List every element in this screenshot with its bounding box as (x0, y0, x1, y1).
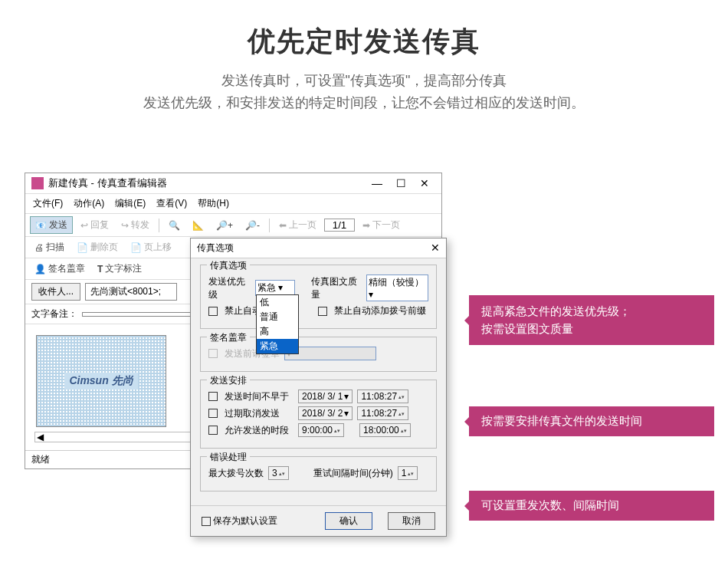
zoom-in-icon[interactable]: 🔎+ (212, 219, 238, 232)
delete-page-button[interactable]: 📄 删除页 (72, 239, 123, 255)
priority-opt-high[interactable]: 高 (257, 324, 298, 339)
next-page-button[interactable]: ➡ 下一页 (358, 217, 405, 233)
presign-checkbox[interactable] (208, 349, 218, 358)
zoom-out-icon[interactable]: 🔎- (241, 219, 264, 232)
save-default-label: 保存为默认设置 (213, 514, 277, 528)
time3-input[interactable]: 9:00:00▴▾ (298, 423, 344, 437)
allow-period-label: 允许发送的时段 (225, 424, 293, 437)
not-before-checkbox[interactable] (208, 392, 218, 401)
retry-label: 重试间隔时间(分钟) (313, 467, 393, 480)
sign-stamp-button[interactable]: 👤 签名盖章 (30, 261, 90, 277)
callout-schedule: 按需要安排传真文件的发送时间 (469, 406, 714, 436)
group-title-error: 错误处理 (207, 451, 250, 464)
page-indicator[interactable] (324, 219, 355, 232)
date1-input[interactable]: 2018/ 3/ 1 ▾ (298, 390, 353, 403)
app-icon (31, 177, 44, 189)
note-label: 文字备注： (31, 307, 77, 321)
group-schedule: 发送安排 发送时间不早于 2018/ 3/ 1 ▾ 11:08:27▴▾ 过期取… (200, 380, 437, 449)
close-button[interactable]: ✕ (420, 177, 429, 189)
menu-action[interactable]: 动作(A) (74, 197, 104, 210)
priority-opt-urgent[interactable]: 紧急 (257, 339, 298, 353)
recipient-button[interactable]: 收件人... (31, 283, 80, 301)
group-title-schedule: 发送安排 (207, 374, 250, 387)
preview-logo: Cimsun 先尚 (64, 373, 137, 390)
callout-retry: 可设置重发次数、间隔时间 (469, 491, 714, 521)
menu-edit[interactable]: 编辑(E) (115, 197, 146, 210)
time1-input[interactable]: 11:08:27▴▾ (357, 390, 408, 403)
toolbar-1: 📧 发送 ↩ 回复 ↪ 转发 🔍 📐 🔎+ 🔎- ⬅ 上一页 ➡ 下一页 (25, 214, 441, 237)
callout-priority: 提高紧急文件的发送优先级； 按需设置图文质量 (469, 295, 714, 345)
tool-icon-2[interactable]: 📐 (188, 219, 208, 232)
prev-page-button[interactable]: ⬅ 上一页 (274, 217, 321, 233)
recipient-field[interactable]: 先尚测试<8001>; (85, 283, 177, 301)
retry-input[interactable]: 1▴▾ (398, 466, 418, 480)
quality-select[interactable]: 精细（较慢） ▾ (366, 274, 428, 301)
group-title-sign: 签名盖章 (207, 331, 250, 344)
page-up-button[interactable]: 📄 页上移 (126, 239, 176, 255)
time4-input[interactable]: 18:00:00▴▾ (359, 423, 411, 437)
maximize-button[interactable]: ☐ (396, 177, 406, 189)
group-fax-options: 传真选项 发送优先级 紧急 ▾ 低 普通 高 紧急 传真图文质量 精细（较慢） … (200, 265, 437, 329)
group-error: 错误处理 最大拨号次数 3▴▾ 重试间隔时间(分钟) 1▴▾ (200, 456, 437, 491)
dialog-close-button[interactable]: ✕ (431, 242, 440, 255)
priority-label: 发送优先级 (208, 275, 251, 301)
priority-opt-normal[interactable]: 普通 (257, 310, 298, 324)
cancel-button[interactable]: 取消 (388, 512, 435, 530)
promo-header: 优先定时发送传真 发送传真时，可设置"传真选项"，提高部分传真 发送优先级，和安… (0, 0, 728, 130)
text-annot-button[interactable]: T 文字标注 (93, 261, 146, 277)
group-sign: 签名盖章 发送前请签章 ▾ (200, 337, 437, 372)
max-dial-input[interactable]: 3▴▾ (268, 466, 289, 480)
page-thumbnail[interactable]: Cimsun 先尚 (36, 335, 166, 427)
priority-dropdown: 低 普通 高 紧急 (256, 294, 299, 354)
max-dial-label: 最大拨号次数 (208, 467, 264, 480)
not-before-label: 发送时间不早于 (225, 390, 293, 403)
priority-opt-low[interactable]: 低 (257, 295, 298, 310)
menu-view[interactable]: 查看(V) (156, 197, 187, 210)
time2-input[interactable]: 11:08:27▴▾ (357, 406, 408, 420)
dialog-title: 传真选项 (197, 242, 234, 255)
titlebar: 新建传真 - 传真查看编辑器 — ☐ ✕ (25, 173, 441, 194)
reply-button[interactable]: ↩ 回复 (76, 217, 113, 233)
forward-button[interactable]: ↪ 转发 (116, 217, 154, 233)
scan-button[interactable]: 🖨 扫描 (30, 239, 69, 255)
fax-options-dialog: 传真选项 ✕ 传真选项 发送优先级 紧急 ▾ 低 普通 高 紧急 传真图文质量 (190, 238, 447, 537)
menu-file[interactable]: 文件(F) (33, 197, 63, 210)
window-title: 新建传真 - 传真查看编辑器 (48, 176, 372, 190)
menu-help[interactable]: 帮助(H) (198, 197, 229, 210)
expire-checkbox[interactable] (208, 409, 218, 418)
ok-button[interactable]: 确认 (325, 512, 372, 530)
quality-label: 传真图文质量 (311, 275, 362, 301)
expire-label: 过期取消发送 (225, 407, 293, 420)
dialog-footer: 保存为默认设置 确认 取消 (191, 505, 446, 536)
date2-input[interactable]: 2018/ 3/ 2 ▾ (298, 406, 353, 420)
group-title-faxopts: 传真选项 (207, 259, 250, 272)
minimize-button[interactable]: — (372, 177, 382, 189)
menubar: 文件(F) 动作(A) 编辑(E) 查看(V) 帮助(H) (25, 194, 441, 214)
save-default-checkbox[interactable] (202, 517, 211, 526)
allow-period-checkbox[interactable] (208, 426, 218, 435)
priority-select[interactable]: 紧急 ▾ 低 普通 高 紧急 (255, 280, 295, 296)
promo-title: 优先定时发送传真 (15, 23, 713, 61)
forbid-prefix-checkbox[interactable] (318, 307, 327, 316)
callout-priority-line1: 提高紧急文件的发送优先级； (481, 303, 631, 321)
promo-line2: 发送优先级，和安排发送的特定时间段，让您不会错过相应的发送时间。 (15, 92, 713, 114)
callout-priority-line2: 按需设置图文质量 (481, 321, 631, 338)
dialog-titlebar: 传真选项 ✕ (191, 238, 446, 258)
tool-icon-1[interactable]: 🔍 (164, 219, 185, 232)
forbid-auto-checkbox[interactable] (208, 307, 218, 316)
promo-line1: 发送传真时，可设置"传真选项"，提高部分传真 (15, 70, 713, 92)
send-button[interactable]: 📧 发送 (30, 216, 73, 234)
forbid-prefix-label: 禁止自动添加拨号前缀 (334, 304, 426, 317)
